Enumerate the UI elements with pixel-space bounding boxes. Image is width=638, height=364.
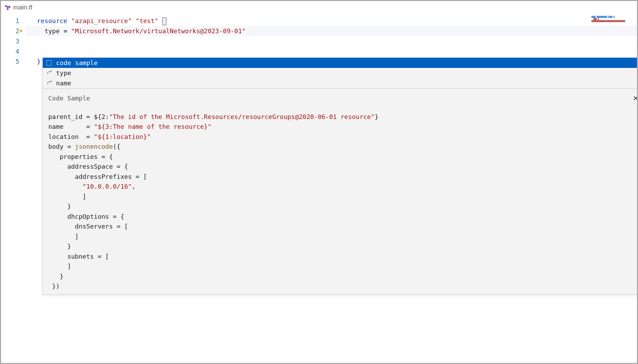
- detail-text: ]: [48, 233, 79, 240]
- code-line[interactable]: [26, 36, 637, 46]
- detail-text: ({: [113, 143, 120, 150]
- detail-string: "10.0.0.0/16": [83, 183, 132, 190]
- sparkle-icon: [18, 27, 24, 34]
- detail-text: }: [48, 203, 71, 210]
- line-number: 5: [1, 56, 19, 66]
- token-keyword: resource: [37, 17, 68, 24]
- token-string: "Microsoft.Network/virtualNetworks@2023-…: [71, 27, 246, 35]
- token-string: "test": [136, 17, 158, 24]
- detail-text: }: [375, 113, 379, 120]
- line-number: 2: [1, 26, 19, 36]
- detail-title: Code Sample: [48, 93, 638, 104]
- detail-string: "${1:location}": [94, 133, 151, 140]
- line-number: 1: [1, 16, 19, 26]
- line-number: 3: [1, 36, 19, 46]
- suggest-item-label: name: [56, 79, 71, 87]
- tab-filename[interactable]: main.tf: [13, 4, 32, 11]
- detail-text: subnets = [: [48, 253, 109, 260]
- detail-text: name =: [48, 123, 94, 130]
- autocomplete-popup: code sample type name ✕ Code Sample pare…: [42, 57, 638, 295]
- tab-bar: main.tf: [1, 1, 637, 14]
- svg-rect-0: [5, 5, 7, 7]
- detail-text: dhcpOptions = {: [48, 213, 124, 220]
- detail-text: :: [105, 113, 109, 120]
- snippet-icon: [46, 59, 53, 66]
- line-number: 4: [1, 46, 19, 56]
- detail-text: properties = {: [48, 153, 113, 160]
- suggest-item-label: code sample: [56, 59, 98, 66]
- detail-text: }): [48, 282, 60, 290]
- code-area[interactable]: 1 2 3 4 5 resource "azapi_resource" "tes…: [1, 14, 637, 363]
- cursor-bracket-icon: [162, 18, 166, 25]
- detail-code-block: parent_id = ${2:"The id of the Microsoft…: [48, 112, 638, 292]
- code-line[interactable]: type = "Microsoft.Network/virtualNetwork…: [26, 26, 637, 36]
- suggest-item-name[interactable]: name: [43, 78, 638, 88]
- detail-text: [48, 183, 83, 190]
- suggest-item-type[interactable]: type: [43, 68, 638, 78]
- token-brace: }: [37, 58, 41, 65]
- code-line[interactable]: resource "azapi_resource" "test": [26, 16, 637, 26]
- detail-text: dnsServers = [: [48, 223, 128, 230]
- detail-text: }: [48, 273, 63, 280]
- detail-text: ${: [94, 113, 102, 120]
- detail-func: jsonencode: [75, 143, 113, 150]
- terraform-icon: [5, 4, 11, 10]
- suggest-detail-panel: ✕ Code Sample parent_id = ${2:"The id of…: [43, 88, 638, 294]
- detail-text: ]: [48, 193, 86, 200]
- code-line[interactable]: [26, 46, 637, 56]
- detail-text: location =: [48, 133, 94, 140]
- token-op: =: [60, 27, 71, 35]
- svg-rect-2: [9, 6, 11, 8]
- svg-rect-4: [47, 61, 51, 65]
- editor-container: main.tf 1 2 3 4 5 resource "azapi_resour…: [1, 1, 637, 363]
- property-icon: [46, 80, 53, 87]
- detail-text: ]: [48, 262, 71, 270]
- detail-string: "The id of the Microsoft.Resources/resou…: [109, 113, 375, 120]
- detail-text: parent_id =: [48, 113, 94, 120]
- detail-text: ,: [132, 183, 136, 190]
- minimap[interactable]: ████ ██████████ ████ █ ███ █ ███████████…: [591, 16, 633, 26]
- detail-text: }: [48, 243, 71, 250]
- detail-text: addressPrefixes = [: [48, 173, 147, 180]
- detail-string: "${3:The name of the resource}": [94, 123, 211, 130]
- close-icon[interactable]: ✕: [633, 93, 638, 104]
- suggest-item-code-sample[interactable]: code sample: [43, 58, 638, 68]
- suggest-item-label: type: [56, 69, 71, 77]
- detail-text: 2: [102, 113, 105, 120]
- token-property: type: [44, 27, 60, 35]
- detail-text: body =: [48, 143, 75, 150]
- token-string: "azapi_resource": [71, 17, 132, 24]
- detail-text: addressSpace = {: [48, 163, 128, 170]
- svg-rect-1: [7, 6, 9, 8]
- property-icon: [46, 70, 53, 77]
- svg-rect-3: [7, 8, 9, 10]
- gutter: 1 2 3 4 5: [1, 14, 26, 363]
